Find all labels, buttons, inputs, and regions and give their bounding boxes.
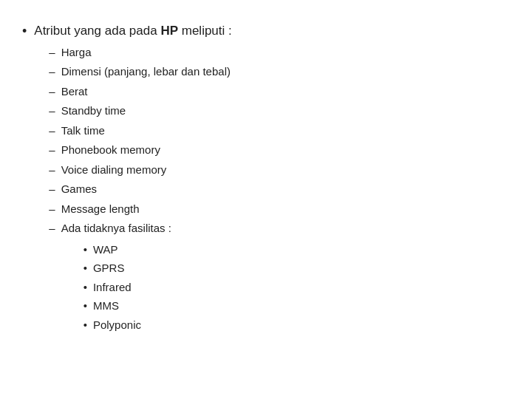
sub-bullet-icon: • [83,260,87,277]
fasilitas-list: • WAP • GPRS • Infrared [83,242,171,334]
list-item: – Harga [49,44,231,61]
item-label: Berat [61,83,88,100]
sub-bullet-icon: • [83,317,87,334]
dash-icon: – [49,201,55,218]
sub-bullet-icon: • [83,279,87,296]
item-label: Standby time [61,103,126,120]
dash-icon: – [49,181,55,198]
item-label: Games [61,181,97,198]
main-heading: Atribut yang ada pada HP meliputi : [34,24,231,38]
fasilitas-label: Polyponic [93,317,141,334]
item-label: Harga [61,44,92,61]
item-label: Dimensi (panjang, lebar dan tebal) [61,64,231,81]
list-item: • WAP [83,242,171,259]
list-item: – Talk time [49,123,231,140]
dash-icon: – [49,162,55,179]
list-item: – Standby time [49,103,231,120]
list-item: • Infrared [83,279,171,296]
sub-bullet-icon: • [83,298,87,315]
dash-icon: – [49,64,55,81]
list-item: – Message length [49,201,231,218]
list-item: • MMS [83,298,171,315]
item-label: Voice dialing memory [61,162,167,179]
list-item: – Games [49,181,231,198]
fasilitas-label: GPRS [93,260,125,277]
item-label: Phonebook memory [61,142,160,159]
list-item: • Polyponic [83,317,171,334]
dash-icon: – [49,142,55,159]
fasilitas-label: MMS [93,298,119,315]
list-item: – Dimensi (panjang, lebar dan tebal) [49,64,231,81]
item-label: Ada tidaknya fasilitas : [61,222,171,234]
list-item: – Voice dialing memory [49,162,231,179]
sub-bullet-icon: • [83,242,87,259]
bullet-icon: • [22,22,27,41]
list-item-fasilitas: – Ada tidaknya fasilitas : • WAP • GPRS [49,220,231,335]
dash-icon: – [49,123,55,140]
main-bullet-item: • Atribut yang ada pada HP meliputi : – … [22,22,510,338]
list-item: • GPRS [83,260,171,277]
list-item: – Phonebook memory [49,142,231,159]
item-label: Talk time [61,123,105,140]
attributes-list: – Harga – Dimensi (panjang, lebar dan te… [49,44,231,336]
dash-icon: – [49,220,55,237]
item-label: Message length [61,201,140,218]
list-item: – Berat [49,83,231,100]
main-content: • Atribut yang ada pada HP meliputi : – … [22,22,510,338]
fasilitas-label: Infrared [93,279,132,296]
dash-icon: – [49,83,55,100]
dash-icon: – [49,44,55,61]
fasilitas-label: WAP [93,242,118,259]
dash-icon: – [49,103,55,120]
